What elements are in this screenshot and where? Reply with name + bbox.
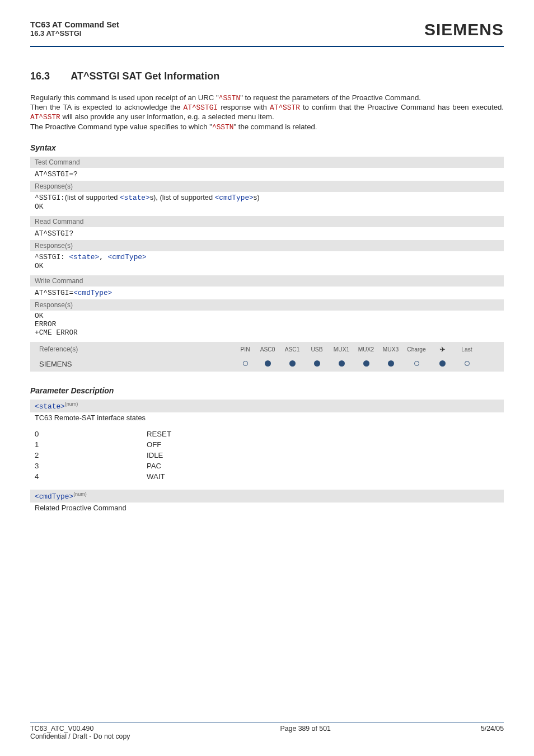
state-value: IDLE <box>147 451 163 459</box>
text: will also provide any user information, … <box>60 112 274 121</box>
section-heading: 16.3 AT^SSTGI SAT Get Information <box>30 71 504 82</box>
link-state-2[interactable]: <state> <box>69 253 99 261</box>
read-command: AT^SSTGI? <box>30 227 504 240</box>
read-response: ^SSTGI: <state>, <cmdType> OK <box>30 251 504 274</box>
state-sup: (num) <box>65 401 78 407</box>
siemens-logo: SIEMENS <box>424 20 504 39</box>
link-cmdtype-3[interactable]: <cmdType> <box>73 289 112 297</box>
text: " the command is related. <box>233 123 317 131</box>
text: response with <box>218 103 270 111</box>
text: ^SSTGI: <box>35 194 65 202</box>
text: OK <box>35 312 43 320</box>
text: +CME ERROR <box>35 328 78 337</box>
text: to confirm that the Proactive Command ha… <box>300 103 504 111</box>
link-sstr-2[interactable]: AT^SSTR <box>30 113 60 121</box>
write-command: AT^SSTGI=<cmdType> <box>30 287 504 299</box>
test-command-label: Test Command <box>30 157 504 168</box>
test-response: ^SSTGI:(list of supported <state>s), (li… <box>30 192 504 214</box>
filled-dot-icon <box>378 360 403 368</box>
filled-dot-icon <box>280 360 305 368</box>
text: , <box>99 253 107 261</box>
cmdtype-param-header: <cmdType>(num) <box>30 490 504 503</box>
intro-paragraph: Regularly this command is used upon rece… <box>30 93 504 133</box>
state-row: 3PAC <box>30 461 504 471</box>
text: ^SSTGI: <box>35 253 69 261</box>
page-header: TC63 AT Command Set 16.3 AT^SSTGI SIEMEN… <box>30 20 504 44</box>
link-state[interactable]: <state> <box>120 194 150 202</box>
state-row: 2IDLE <box>30 450 504 461</box>
footer-left: TC63_ATC_V00.490 Confidential / Draft - … <box>30 725 130 740</box>
empty-dot-icon <box>235 361 255 367</box>
state-row: 0RESET <box>30 429 504 439</box>
text: AT^SSTGI= <box>35 289 73 297</box>
link-cmdtype-2[interactable]: <cmdType> <box>108 253 147 261</box>
empty-dot-icon <box>403 361 430 367</box>
link-sstgi[interactable]: AT^SSTGI <box>184 104 218 112</box>
doc-title-block: TC63 AT Command Set 16.3 AT^SSTGI <box>30 20 119 37</box>
state-value: WAIT <box>147 472 165 481</box>
reference-label: Reference(s) <box>35 344 235 355</box>
test-command: AT^SSTGI=? <box>30 168 504 181</box>
param-desc-heading: Parameter Description <box>30 386 504 395</box>
link-cmdtype[interactable]: <cmdType> <box>215 194 254 202</box>
ref-col-header: ✈ <box>430 345 455 354</box>
ref-col-header: ASC1 <box>280 346 305 353</box>
reference-source: SIEMENS <box>35 358 235 370</box>
footer-page: Page 389 of 501 <box>280 725 331 740</box>
filled-dot-icon <box>430 360 455 368</box>
ok-text: OK <box>35 262 43 270</box>
write-response: OK ERROR +CME ERROR <box>30 311 504 340</box>
state-key: 3 <box>35 462 147 470</box>
response-label: Response(s) <box>30 181 504 192</box>
link-sstn-2[interactable]: ^SSTN <box>212 123 233 132</box>
filled-dot-icon <box>255 360 280 368</box>
ref-col-header: Charge <box>403 346 430 353</box>
syntax-block: Test Command AT^SSTGI=? Response(s) ^SST… <box>30 157 504 372</box>
doc-subtitle: 16.3 AT^SSTGI <box>30 29 119 37</box>
text: Then the TA is expected to acknowledge t… <box>30 103 184 111</box>
footer-date: 5/24/05 <box>481 725 504 740</box>
link-state-param[interactable]: <state> <box>35 402 65 411</box>
ref-col-header: PIN <box>235 346 255 353</box>
syntax-heading: Syntax <box>30 143 504 152</box>
text: (list of supported <box>65 193 120 201</box>
filled-dot-icon <box>305 360 329 368</box>
state-row: 1OFF <box>30 439 504 450</box>
reference-header-row: Reference(s) PINASC0ASC1USBMUX1MUX2MUX3C… <box>30 342 504 356</box>
text: s) <box>254 193 260 201</box>
response-label-3: Response(s) <box>30 299 504 311</box>
page-footer: TC63_ATC_V00.490 Confidential / Draft - … <box>30 708 504 740</box>
text: " to request the parameters of the Proac… <box>240 93 421 102</box>
link-sstn[interactable]: ^SSTN <box>219 94 240 102</box>
ok-text: OK <box>35 203 43 211</box>
state-value: OFF <box>147 440 161 449</box>
state-table: 0RESET1OFF2IDLE3PAC4WAIT <box>30 429 504 482</box>
cmdtype-caption: Related Proactive Command <box>30 503 504 515</box>
ref-col-header: Last <box>455 346 479 353</box>
state-caption: TC63 Remote-SAT interface states <box>30 412 504 425</box>
write-command-label: Write Command <box>30 275 504 287</box>
empty-dot-icon <box>455 361 479 367</box>
state-key: 2 <box>35 451 147 459</box>
footer-confidential: Confidential / Draft - Do not copy <box>30 732 130 740</box>
response-label-2: Response(s) <box>30 240 504 251</box>
ref-col-header: ASC0 <box>255 346 280 353</box>
link-cmdtype-param[interactable]: <cmdType> <box>35 492 73 501</box>
state-value: RESET <box>147 430 171 438</box>
ref-col-header: MUX2 <box>354 346 378 353</box>
cmdtype-sup: (num) <box>73 491 87 497</box>
state-value: PAC <box>147 462 161 470</box>
read-command-label: Read Command <box>30 216 504 227</box>
state-param-header: <state>(num) <box>30 400 504 412</box>
state-key: 0 <box>35 430 147 438</box>
filled-dot-icon <box>329 360 354 368</box>
reference-value-row: SIEMENS <box>30 356 504 372</box>
reference-dots <box>235 360 499 368</box>
state-row: 4WAIT <box>30 471 504 482</box>
link-sstr[interactable]: AT^SSTR <box>270 104 300 112</box>
text: ERROR <box>35 320 56 328</box>
ref-col-header: MUX1 <box>329 346 354 353</box>
header-rule <box>30 46 504 47</box>
reference-columns: PINASC0ASC1USBMUX1MUX2MUX3Charge✈Last <box>235 345 499 354</box>
ref-col-header: MUX3 <box>378 346 403 353</box>
